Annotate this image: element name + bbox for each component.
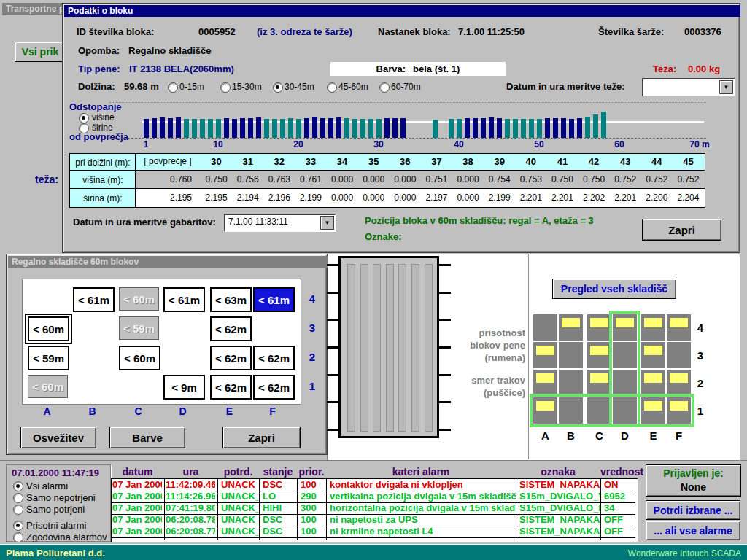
odstopanje-radio-širine[interactable]	[79, 123, 89, 133]
alarm-filter2-prisotni-alarmi[interactable]	[13, 521, 23, 531]
mtable-value-0-30: 0.750	[201, 174, 232, 184]
rack-slot-button-A3[interactable]: < 60m	[28, 316, 69, 341]
ali-vse-alarme-button[interactable]: ... ali vse alarme	[646, 521, 740, 540]
mtable-value-0-35: 0.000	[358, 174, 390, 184]
alarm-filter2-zgodovina-alarmov[interactable]	[13, 532, 23, 542]
deviation-bar-m46	[505, 119, 510, 138]
mtable-value-0-41: 0.750	[546, 174, 578, 184]
conveyor-tick-right-7	[439, 429, 451, 431]
rack-slot-button-D1[interactable]: < 9m	[163, 375, 205, 400]
mtable-row-label-1: širina (m):	[69, 188, 136, 208]
datum-gabaritov-combobox[interactable]: 7.1.00 11:33:11 ▼	[224, 214, 336, 232]
storage-row-label-3: 3	[693, 349, 708, 362]
alarm-cell-3-stanje: HIHI	[260, 503, 297, 513]
rack-slot-button-D4[interactable]: < 61m	[163, 287, 205, 312]
alarm-cell-4-vrednost: OFF	[602, 515, 637, 525]
alarm-table-vline-7	[600, 479, 601, 540]
teza-side-label: teža:	[35, 174, 58, 185]
deviation-bar-m6	[184, 119, 189, 138]
mtable-col-header-39: 39	[484, 156, 515, 167]
rack-slot-button-C4[interactable]: < 60m	[119, 287, 159, 311]
deviation-bar-m10	[216, 119, 221, 138]
deviation-bar-m18	[280, 119, 285, 138]
oznake-label: Oznake:	[365, 231, 402, 242]
length-radio-30-45m[interactable]	[273, 82, 283, 93]
mtable-value-0-36: 0.000	[390, 174, 421, 184]
alarm-cell-5-potrd: UNACK_	[219, 526, 259, 537]
mtable-value-0-44: 0.752	[641, 174, 673, 184]
vsi-prik-button[interactable]: Vsi prik	[15, 42, 66, 62]
od-povprecja-label: od povprečja	[69, 131, 128, 142]
alarm-table-vline-4	[297, 479, 298, 540]
barve-button[interactable]: Barve	[109, 427, 185, 448]
legend-blocks-line3: (rumena)	[427, 351, 525, 364]
mtable-value-1-39: 2.199	[484, 192, 515, 203]
deviation-bar-m53	[561, 118, 566, 138]
chevron-down-icon[interactable]: ▼	[719, 80, 733, 94]
pregled-vseh-skladisc-button[interactable]: Pregled vseh skladišč	[552, 279, 676, 299]
rack-col-label-E: E	[210, 405, 249, 417]
storage-col-label-D: D	[613, 429, 637, 442]
rack-slot-button-A1[interactable]: < 60m	[28, 375, 68, 398]
deviation-bar-m37	[433, 120, 438, 138]
mtable-col-header-43: 43	[610, 156, 641, 167]
alarm-cell-1-oznaka: SISTEM_NAPAKA_3	[517, 480, 600, 490]
rack-zapri-button[interactable]: Zapri	[222, 427, 301, 448]
chart-axis-tick-20: 20	[284, 139, 313, 149]
rack-slot-button-A2[interactable]: < 59m	[28, 346, 69, 370]
alarm-filter-vsi-alarmi-dot	[16, 484, 20, 488]
rack-slot-button-F2[interactable]: < 62m	[253, 346, 295, 370]
id-stevilka-label: ID številka bloka:	[77, 26, 154, 37]
osvezitev-button[interactable]: Osvežitev	[20, 427, 96, 448]
alarm-filter-vsi-alarmi[interactable]	[13, 481, 23, 491]
mtable-col-header-36: 36	[390, 156, 421, 167]
mtable-value-1-31: 2.194	[232, 192, 263, 203]
rack-slot-button-C2[interactable]: < 60m	[119, 346, 160, 370]
storage-cell-A4	[533, 314, 557, 341]
rack-slot-button-F4[interactable]: < 61m	[253, 287, 295, 312]
datum-teze-combobox[interactable]: ▼	[642, 78, 735, 96]
conveyor-stripe-1	[347, 264, 355, 432]
deviation-bar-m29	[368, 119, 374, 138]
conveyor-tick-left-4	[327, 346, 338, 349]
rack-slot-button-E4[interactable]: < 63m	[210, 287, 252, 312]
alarm-cell-5-alarm: ni krmilne napetosti L4	[328, 526, 516, 537]
deviation-bar-m42	[473, 118, 478, 138]
alarm-filter-samo-nepotrjeni[interactable]	[13, 493, 23, 503]
mtable-col-header-32: 32	[263, 156, 295, 167]
rack-slot-button-C3[interactable]: < 59m	[119, 316, 159, 340]
legend-belts-line2: (puščice)	[427, 386, 525, 399]
storage-col-label-C: C	[587, 429, 611, 442]
chart-axis-tick-50: 50	[525, 139, 554, 149]
barva-value: bela (št. 1)	[413, 63, 460, 74]
alarm-filter-samo-potrjeni[interactable]	[13, 505, 23, 515]
mtable-col-header-41: 41	[546, 156, 578, 167]
chart-axis-tick-70: 70 m	[685, 139, 714, 149]
alarm-cell-4-datum: 07 Jan 2000	[112, 515, 162, 525]
length-radio-0-15m[interactable]	[168, 82, 178, 93]
rack-slot-button-E3[interactable]: < 62m	[210, 316, 252, 341]
mtable-col-header-31: 31	[232, 156, 263, 167]
mtable-col-header-42: 42	[578, 156, 610, 167]
potrdi-izbrane-button[interactable]: Potrdi izbrane ...	[646, 500, 740, 520]
rack-slot-button-B4[interactable]: < 61m	[73, 287, 115, 312]
rack-col-label-C: C	[119, 405, 158, 417]
rack-slot-button-F1[interactable]: < 62m	[253, 375, 295, 400]
rack-slot-button-E2[interactable]: < 62m	[210, 346, 252, 370]
dialog-zapri-button[interactable]: Zapri	[642, 219, 721, 241]
length-radio-60-70m[interactable]	[379, 82, 390, 93]
rack-slot-button-E1[interactable]: < 62m	[210, 375, 252, 400]
length-radio-45-60m[interactable]	[327, 82, 337, 93]
alarm-header-vrednost: vrednost	[600, 466, 637, 478]
odstopanje-radio-višine[interactable]	[79, 113, 89, 123]
id-stevilka-value: 0005952	[198, 26, 236, 37]
foam-block-E4	[644, 318, 662, 327]
length-radio-15-30m[interactable]	[220, 82, 231, 93]
mtable-value-0-31: 0.756	[232, 174, 263, 184]
rack-col-label-B: B	[73, 405, 112, 417]
odstopanje-radio-label-višine: višine	[92, 112, 115, 122]
deviation-bar-m43	[481, 118, 486, 138]
chevron-down-icon[interactable]: ▼	[320, 216, 334, 230]
sarza-label: Številka šarže:	[598, 26, 664, 37]
foam-block-F2	[670, 373, 688, 383]
